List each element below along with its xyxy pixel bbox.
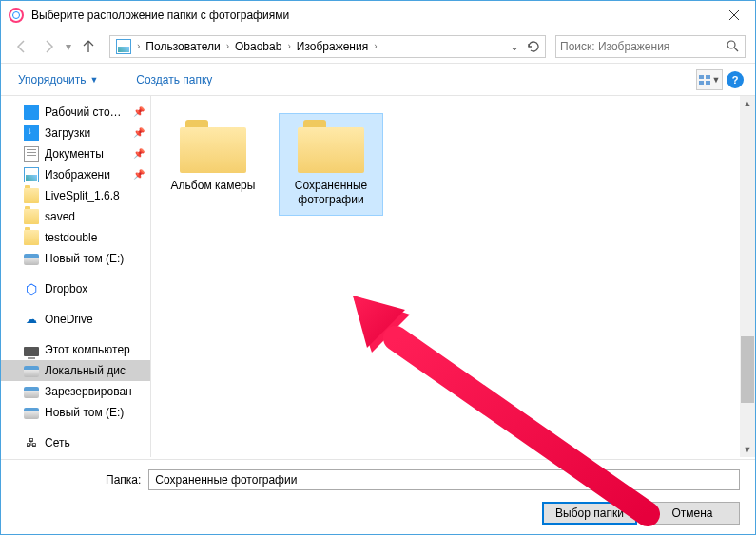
folder-icon xyxy=(24,209,39,224)
sidebar-item-localdisk[interactable]: Локальный дис xyxy=(1,360,150,381)
documents-icon xyxy=(24,146,39,162)
refresh-icon xyxy=(528,41,539,52)
breadcrumb-pictures[interactable]: Изображения xyxy=(293,40,372,53)
sidebar-item-reserved[interactable]: Зарезервирован xyxy=(1,381,150,402)
address-bar[interactable]: › Пользователи › Obaobab › Изображения ›… xyxy=(109,35,546,58)
pc-icon xyxy=(24,347,39,356)
close-button[interactable] xyxy=(712,1,755,29)
breadcrumb-root-chevron[interactable]: › xyxy=(135,41,142,51)
search-box[interactable] xyxy=(555,35,746,58)
chevron-down-icon: ▼ xyxy=(89,75,98,85)
folder-saved-photos[interactable]: Сохраненные фотографии xyxy=(279,113,383,216)
svg-rect-1 xyxy=(699,75,704,79)
sidebar-item-label: Изображени xyxy=(45,168,110,182)
sidebar-item-documents[interactable]: Документы📌 xyxy=(1,143,150,164)
folder-field-label: Папка: xyxy=(106,473,141,487)
arrow-up-icon xyxy=(81,39,96,54)
sidebar-item-testdouble[interactable]: testdouble xyxy=(1,227,150,248)
desktop-icon xyxy=(24,105,39,120)
downloads-icon xyxy=(24,125,39,141)
sidebar-item-network[interactable]: 🖧Сеть xyxy=(1,432,150,453)
sidebar-item-label: saved xyxy=(45,210,75,223)
sidebar-item-onedrive[interactable]: ☁OneDrive xyxy=(1,309,150,330)
button-row: Выбор папки Отмена xyxy=(1,502,740,525)
search-icon xyxy=(724,40,741,52)
new-folder-button[interactable]: Создать папку xyxy=(130,69,218,90)
sidebar-item-newvol2[interactable]: Новый том (E:) xyxy=(1,402,150,423)
refresh-button[interactable] xyxy=(524,36,543,57)
sidebar-item-label: Локальный дис xyxy=(45,364,126,377)
toolbar: Упорядочить ▼ Создать папку ▼ ? xyxy=(1,64,755,96)
select-folder-button[interactable]: Выбор папки xyxy=(542,502,637,525)
arrow-left-icon xyxy=(14,39,29,54)
nav-bar: ▾ › Пользователи › Obaobab › Изображения… xyxy=(1,29,755,64)
cancel-button[interactable]: Отмена xyxy=(645,502,740,525)
recent-locations-dropdown[interactable]: ▾ xyxy=(64,35,73,58)
sidebar-item-label: Зарезервирован xyxy=(45,385,132,398)
folder-camera-album[interactable]: Альбом камеры xyxy=(161,113,265,201)
pin-icon: 📌 xyxy=(133,127,145,138)
breadcrumb-user[interactable]: Obaobab xyxy=(231,40,285,53)
location-icon xyxy=(116,39,131,54)
sidebar-item-dropbox[interactable]: ⬡Dropbox xyxy=(1,278,150,299)
app-icon xyxy=(9,8,24,23)
drive-icon xyxy=(24,366,39,377)
breadcrumb-chevron[interactable]: › xyxy=(372,41,378,51)
breadcrumb-chevron[interactable]: › xyxy=(285,41,292,51)
folder-name-row: Папка: xyxy=(1,469,740,490)
address-dropdown[interactable]: ⌄ xyxy=(505,36,524,57)
svg-rect-3 xyxy=(699,81,704,85)
folder-icon xyxy=(180,120,246,173)
sidebar-item-pictures[interactable]: Изображени📌 xyxy=(1,164,150,185)
folder-label-line: фотографии xyxy=(298,193,363,206)
sidebar-item-label: testdouble xyxy=(45,231,97,244)
pin-icon: 📌 xyxy=(133,169,145,180)
pin-icon: 📌 xyxy=(133,148,145,159)
breadcrumb-chevron[interactable]: › xyxy=(224,41,231,51)
sidebar-item-saved[interactable]: saved xyxy=(1,206,150,227)
up-button[interactable] xyxy=(77,35,100,58)
back-button[interactable] xyxy=(10,35,33,58)
network-icon: 🖧 xyxy=(24,435,39,450)
sidebar-item-label: LiveSplit_1.6.8 xyxy=(45,189,120,202)
sidebar-item-downloads[interactable]: Загрузки📌 xyxy=(1,123,150,143)
arrow-right-icon xyxy=(41,39,56,54)
view-options-button[interactable]: ▼ xyxy=(696,69,723,90)
close-icon xyxy=(729,10,739,20)
sidebar-item-label: Рабочий сто… xyxy=(45,105,122,119)
organize-menu[interactable]: Упорядочить ▼ xyxy=(12,69,104,90)
svg-point-0 xyxy=(727,41,735,48)
content-area[interactable]: Альбом камеры Сохраненные фотографии xyxy=(151,96,755,457)
folder-label: Альбом камеры xyxy=(171,179,256,193)
sidebar-item-newvol1[interactable]: Новый том (E:) xyxy=(1,248,150,269)
breadcrumb-users[interactable]: Пользователи xyxy=(142,40,223,53)
sidebar-item-label: Новый том (E:) xyxy=(45,406,124,419)
pictures-icon xyxy=(24,167,39,182)
folder-icon xyxy=(24,230,39,245)
organize-label: Упорядочить xyxy=(18,73,86,86)
window-title: Выберите расположение папки с фотография… xyxy=(31,9,712,22)
chevron-down-icon: ▼ xyxy=(712,75,721,85)
sidebar-item-desktop[interactable]: Рабочий сто…📌 xyxy=(1,102,150,123)
sidebar-item-thispc[interactable]: Этот компьютер xyxy=(1,339,150,360)
sidebar-item-label: Сеть xyxy=(45,436,70,449)
folder-name-input[interactable] xyxy=(148,469,740,490)
folder-icon xyxy=(24,188,39,203)
view-icon xyxy=(699,75,710,85)
help-button[interactable]: ? xyxy=(727,71,744,88)
sidebar-item-livesplit[interactable]: LiveSplit_1.6.8 xyxy=(1,185,150,206)
new-folder-label: Создать папку xyxy=(136,73,212,86)
title-bar: Выберите расположение папки с фотография… xyxy=(1,1,755,29)
drive-icon xyxy=(24,408,39,419)
sidebar-item-label: Документы xyxy=(45,147,104,161)
search-input[interactable] xyxy=(560,40,724,53)
drive-icon xyxy=(24,387,39,398)
folder-label: Сохраненные фотографии xyxy=(295,179,367,207)
bottom-bar: Папка: Выбор папки Отмена xyxy=(1,459,755,534)
sidebar-item-label: Загрузки xyxy=(45,126,90,140)
folder-icon xyxy=(298,120,364,173)
sidebar-item-label: Dropbox xyxy=(45,282,87,296)
forward-button[interactable] xyxy=(37,35,60,58)
sidebar-item-label: Этот компьютер xyxy=(45,343,130,356)
onedrive-icon: ☁ xyxy=(24,312,39,327)
